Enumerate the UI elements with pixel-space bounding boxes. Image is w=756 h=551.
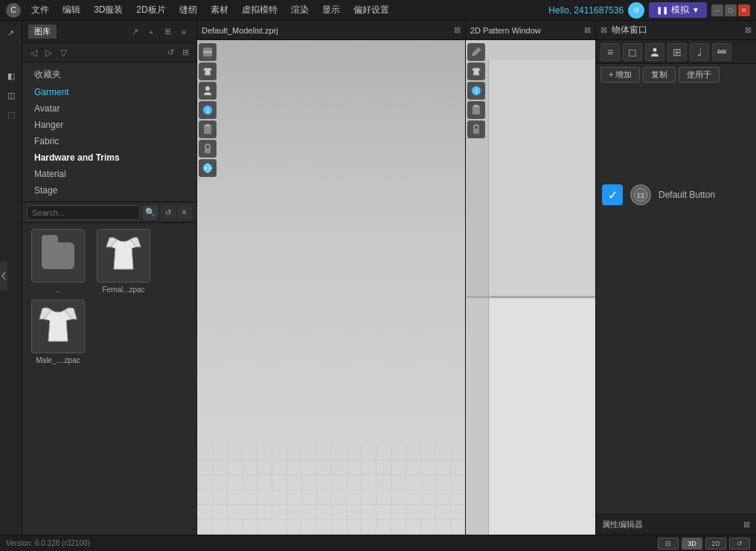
sync-icon[interactable]: ↺	[628, 2, 644, 19]
view-mode-refresh-button[interactable]: ↺	[729, 538, 750, 550]
tool-globe-btn[interactable]	[199, 159, 217, 177]
obj-tool-grid-icon[interactable]: ⊞	[667, 43, 687, 61]
close-button[interactable]: ✕	[738, 4, 750, 16]
library-item-male-garment[interactable]: Male_....zpac	[28, 300, 88, 364]
viewport-2d-header: 2D Pattern Window ⊠	[466, 21, 595, 40]
svg-rect-15	[474, 105, 478, 107]
view-mode-grid-icon[interactable]: ⊟	[658, 538, 679, 550]
main-layout: ↗ ◧ ◫ ⬚ 图库 ↗ + ⊞ ≡ ◁ ▷ ▽ ↺	[0, 21, 756, 535]
library-tab-main[interactable]: 图库	[28, 25, 57, 39]
menu-3d-garment[interactable]: 3D服装	[88, 2, 129, 18]
tool-info-btn[interactable]: i	[199, 101, 217, 119]
svg-rect-7	[205, 148, 211, 153]
menu-2d-pattern[interactable]: 2D板片	[130, 2, 171, 18]
object-toolbar: ≡ ◻ ⊞ ♩	[596, 40, 756, 64]
menu-display[interactable]: 显示	[316, 2, 346, 18]
list-view-button[interactable]: ≡	[177, 205, 192, 220]
library-header: 图库 ↗ + ⊞ ≡	[22, 21, 196, 43]
sidebar-tool1-icon[interactable]: ◧	[2, 67, 20, 85]
svg-point-23	[634, 188, 647, 202]
simulate-dropdown-arrow[interactable]: ▼	[692, 6, 699, 14]
tool-select-btn[interactable]	[199, 43, 217, 61]
library-add-icon[interactable]: +	[144, 25, 158, 39]
menu-render[interactable]: 渲染	[285, 2, 315, 18]
sidebar-tool2-icon[interactable]: ◫	[2, 86, 20, 104]
panel-collapse-arrow[interactable]	[0, 261, 7, 291]
tool-clipboard-btn[interactable]	[199, 120, 217, 138]
window-controls: – □ ✕	[711, 4, 750, 16]
library-item-female-garment[interactable]: Femal...zpac	[94, 229, 153, 294]
category-avatar[interactable]: Avatar	[22, 100, 196, 117]
library-panel: 图库 ↗ + ⊞ ≡ ◁ ▷ ▽ ↺ ⊞ 收藏夹 Garment	[22, 21, 197, 535]
thumbnail-label-female: Femal...zpac	[102, 286, 144, 294]
sidebar-arrow-icon[interactable]: ↗	[2, 24, 20, 42]
obj-tool-shape-icon[interactable]: ◻	[623, 43, 642, 61]
right-panel-header: ⊠ 物体窗口 ⊠	[596, 21, 756, 40]
viewport-3d-expand-icon[interactable]: ⊠	[454, 25, 461, 35]
search-button[interactable]: 🔍	[143, 205, 158, 220]
nav-down-arrow[interactable]: ▽	[57, 46, 70, 59]
copy-button[interactable]: 复制	[643, 67, 676, 83]
tool-2d-garment-btn[interactable]	[467, 62, 485, 80]
view-mode-controls: ⊟ 3D 2D ↺	[658, 538, 750, 550]
button-circle-icon	[630, 184, 651, 205]
library-thumbnails: .. Femal...zpac	[22, 223, 196, 535]
right-panel-spacer	[596, 306, 756, 515]
nav-back-arrow[interactable]: ◁	[27, 46, 40, 59]
nav-forward-arrow[interactable]: ▷	[42, 46, 55, 59]
nav-refresh-icon[interactable]: ↺	[164, 46, 177, 59]
category-material[interactable]: Material	[22, 166, 196, 182]
simulate-button[interactable]: ❚❚ 模拟 ▼	[649, 2, 707, 18]
obj-tool-note-icon[interactable]: ♩	[690, 43, 709, 61]
panel-title-object: 物体窗口	[612, 24, 647, 36]
panel-external-icon[interactable]: ⊠	[745, 25, 752, 35]
nav-view-icon[interactable]: ⊞	[179, 46, 192, 59]
minimize-button[interactable]: –	[711, 4, 723, 16]
library-header-icons: ↗ + ⊞ ≡	[128, 25, 190, 39]
view-mode-2d-button[interactable]: 2D	[705, 538, 726, 550]
refresh-view-button[interactable]: ↺	[161, 205, 176, 220]
library-external-icon[interactable]: ↗	[128, 25, 141, 39]
viewport-3d-header: Default_Modelist.zprj ⊠	[197, 21, 465, 40]
tool-avatar-btn[interactable]	[199, 82, 217, 100]
obj-tool-ruler-icon[interactable]	[712, 43, 731, 61]
category-hanger[interactable]: Hanger	[22, 117, 196, 133]
apply-button[interactable]: 使用于	[679, 67, 720, 83]
viewport-2d-expand-icon[interactable]: ⊠	[584, 25, 591, 35]
tool-lock-btn[interactable]	[199, 140, 217, 158]
svg-rect-18	[717, 51, 726, 54]
category-stage[interactable]: Stage	[22, 182, 196, 199]
tool-garment-btn[interactable]	[199, 62, 217, 80]
library-item-folder[interactable]: ..	[28, 229, 88, 294]
menu-preferences[interactable]: 偏好设置	[347, 2, 395, 18]
attr-editor-expand-icon[interactable]: ⊠	[743, 520, 750, 529]
sidebar-tool3-icon[interactable]: ⬚	[2, 106, 20, 123]
panel-expand-icon[interactable]: ⊠	[600, 25, 607, 35]
menu-avatar[interactable]: 虚拟模特	[236, 2, 284, 18]
check-icon[interactable]: ✓	[602, 184, 623, 205]
obj-tool-list-icon[interactable]: ≡	[600, 43, 620, 61]
category-garment[interactable]: Garment	[22, 84, 196, 100]
library-tabs: 图库	[28, 25, 57, 39]
tool-2d-info-btn[interactable]: i	[467, 82, 485, 100]
add-button[interactable]: + 增加	[600, 67, 640, 83]
library-search-input[interactable]	[27, 205, 140, 220]
menu-material[interactable]: 素材	[205, 2, 234, 18]
attr-editor-label: 属性编辑器	[602, 519, 643, 530]
category-fabric[interactable]: Fabric	[22, 133, 196, 149]
tool-2d-pen-btn[interactable]	[467, 43, 485, 61]
menu-file[interactable]: 文件	[25, 2, 55, 18]
library-grid-icon[interactable]: ⊞	[161, 25, 174, 39]
obj-tool-avatar-icon[interactable]	[645, 43, 664, 61]
category-favorites[interactable]: 收藏夹	[22, 65, 196, 84]
view-mode-3d-button[interactable]: 3D	[682, 538, 702, 550]
category-hardware-trims[interactable]: Hardware and Trims	[22, 149, 196, 166]
svg-rect-16	[473, 129, 479, 134]
menu-sewing[interactable]: 缝纫	[173, 2, 203, 18]
library-list-icon[interactable]: ≡	[177, 25, 190, 39]
tool-2d-clipboard-btn[interactable]	[467, 101, 485, 119]
tool-2d-lock-btn[interactable]	[467, 120, 485, 138]
svg-point-2	[205, 86, 210, 91]
menu-edit[interactable]: 编辑	[57, 2, 86, 18]
maximize-button[interactable]: □	[725, 4, 737, 16]
